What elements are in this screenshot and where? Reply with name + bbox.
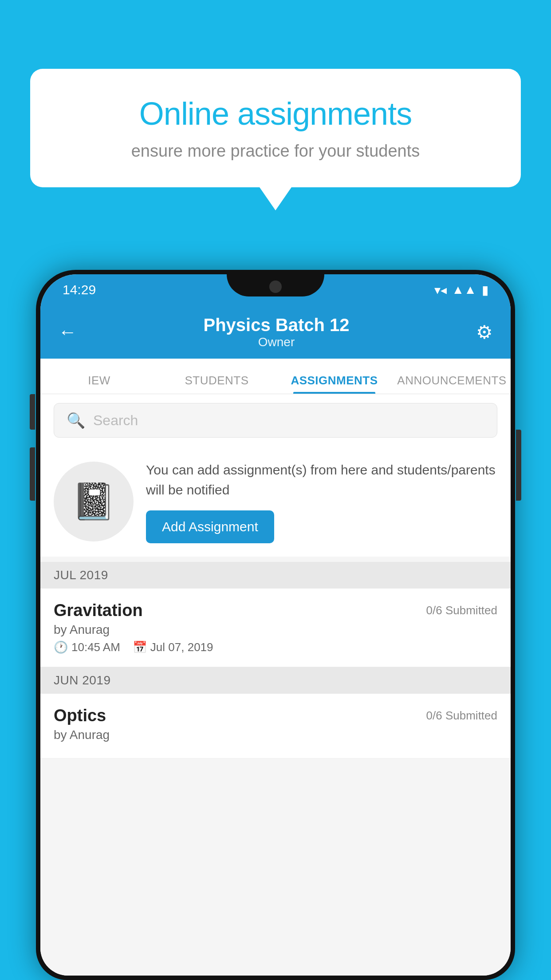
assignment-status-gravitation: 0/6 Submitted <box>426 604 497 617</box>
front-camera <box>269 281 282 293</box>
section-header-jul: JUL 2019 <box>40 562 511 589</box>
assignment-time: 🕐 10:45 AM <box>54 640 120 654</box>
search-box[interactable]: 🔍 Search <box>54 403 497 438</box>
app-content: 🔍 Search 📓 You can add assignment(s) fro… <box>40 394 511 976</box>
wifi-icon: ▾◂ <box>434 283 447 297</box>
assignment-title-gravitation: Gravitation <box>54 601 143 620</box>
clock-icon: 🕐 <box>54 640 68 654</box>
assignment-row1: Gravitation 0/6 Submitted <box>54 601 497 620</box>
app-header: ← Physics Batch 12 Owner ⚙ <box>40 305 511 359</box>
promo-content: You can add assignment(s) from here and … <box>146 460 497 543</box>
volume-down-button <box>30 447 35 501</box>
status-icons: ▾◂ ▲▲ ▮ <box>434 283 488 297</box>
tab-assignments[interactable]: ASSIGNMENTS <box>276 374 393 394</box>
signal-icon: ▲▲ <box>452 283 476 297</box>
status-time: 14:29 <box>63 282 96 297</box>
promo-icon-circle: 📓 <box>54 462 134 541</box>
assignment-time-value: 10:45 AM <box>71 640 120 654</box>
status-bar: 14:29 ▾◂ ▲▲ ▮ <box>40 274 511 305</box>
phone-notch <box>227 274 324 296</box>
settings-button[interactable]: ⚙ <box>476 321 493 343</box>
promo-section: 📓 You can add assignment(s) from here an… <box>40 447 511 557</box>
assignment-item-optics[interactable]: Optics 0/6 Submitted by Anurag <box>40 694 511 759</box>
header-title: Physics Batch 12 <box>203 315 349 335</box>
assignment-author-gravitation: by Anurag <box>54 623 497 637</box>
battery-icon: ▮ <box>482 283 488 297</box>
speech-bubble: Online assignments ensure more practice … <box>30 69 521 187</box>
tab-iew[interactable]: IEW <box>40 374 158 394</box>
promo-description: You can add assignment(s) from here and … <box>146 460 497 500</box>
bubble-title: Online assignments <box>61 95 490 132</box>
tab-bar: IEW STUDENTS ASSIGNMENTS ANNOUNCEMENTS <box>40 359 511 394</box>
header-subtitle: Owner <box>203 335 349 349</box>
assignment-title-optics: Optics <box>54 706 106 725</box>
add-assignment-button[interactable]: Add Assignment <box>146 510 274 543</box>
assignment-meta-gravitation: 🕐 10:45 AM 📅 Jul 07, 2019 <box>54 640 497 654</box>
assignment-status-optics: 0/6 Submitted <box>426 709 497 723</box>
assignment-date: 📅 Jul 07, 2019 <box>133 640 213 654</box>
header-title-group: Physics Batch 12 Owner <box>203 315 349 349</box>
search-container: 🔍 Search <box>40 394 511 447</box>
tab-announcements[interactable]: ANNOUNCEMENTS <box>393 374 511 394</box>
assignment-author-optics: by Anurag <box>54 728 497 742</box>
volume-up-button <box>30 394 35 430</box>
search-placeholder: Search <box>93 412 138 429</box>
assignment-item-gravitation[interactable]: Gravitation 0/6 Submitted by Anurag 🕐 10… <box>40 589 511 667</box>
calendar-icon: 📅 <box>133 640 147 654</box>
phone-screen: 14:29 ▾◂ ▲▲ ▮ ← Physics Batch 12 Owner ⚙… <box>40 274 511 976</box>
power-button <box>516 430 521 501</box>
tab-students[interactable]: STUDENTS <box>158 374 276 394</box>
phone-frame: 14:29 ▾◂ ▲▲ ▮ ← Physics Batch 12 Owner ⚙… <box>36 270 515 980</box>
search-icon: 🔍 <box>67 411 85 429</box>
section-header-jun: JUN 2019 <box>40 667 511 694</box>
assignment-date-value: Jul 07, 2019 <box>150 640 213 654</box>
assignment-icon: 📓 <box>71 481 116 522</box>
back-button[interactable]: ← <box>58 321 77 343</box>
assignment-row1-optics: Optics 0/6 Submitted <box>54 706 497 725</box>
bubble-subtitle: ensure more practice for your students <box>61 142 490 161</box>
